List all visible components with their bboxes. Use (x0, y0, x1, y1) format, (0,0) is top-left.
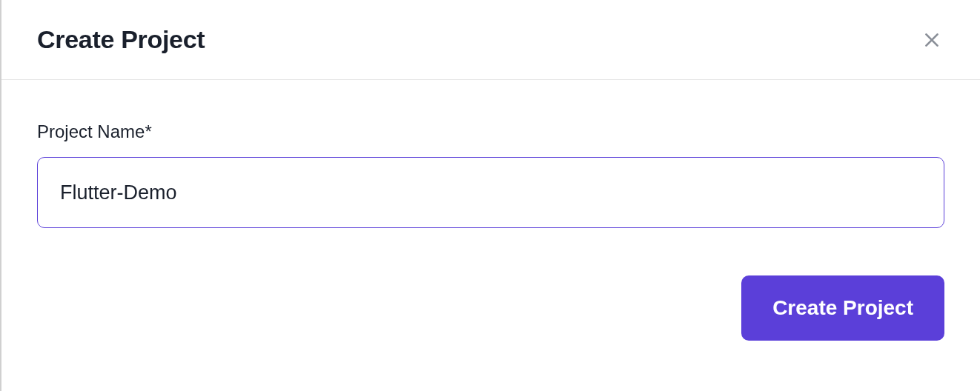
create-project-modal: Create Project Project Name* Create Proj… (0, 0, 980, 391)
modal-header: Create Project (1, 0, 980, 80)
modal-title: Create Project (37, 25, 205, 54)
close-button[interactable] (919, 27, 944, 53)
close-icon (922, 30, 941, 50)
project-name-label: Project Name* (37, 121, 944, 142)
modal-body: Project Name* (1, 80, 980, 228)
project-name-input[interactable] (37, 157, 944, 228)
create-project-button[interactable]: Create Project (741, 275, 944, 341)
modal-footer: Create Project (1, 228, 980, 341)
